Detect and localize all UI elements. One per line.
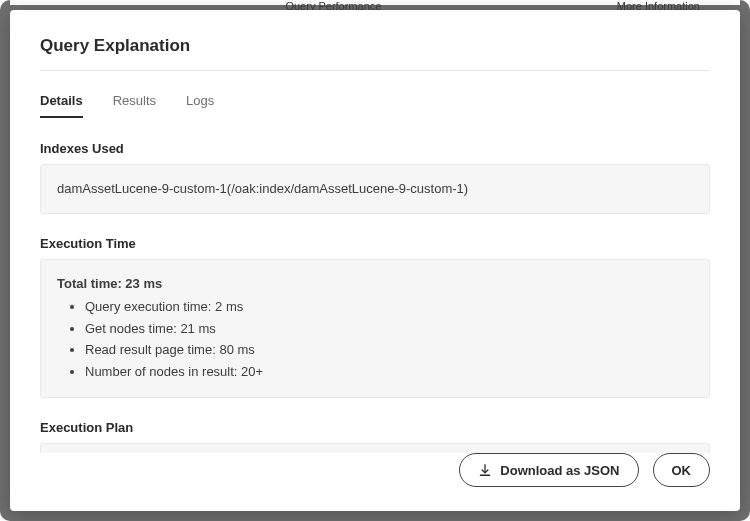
dialog-footer: Download as JSON OK [10,453,740,511]
indexes-used-panel: damAssetLucene-9-custom-1(/oak:index/dam… [40,164,710,214]
tab-results[interactable]: Results [113,93,156,118]
tab-bar: Details Results Logs [40,93,710,119]
divider [40,70,710,71]
dialog-title: Query Explanation [40,36,710,56]
bg-title: Query Performance [285,0,381,5]
execution-time-panel: Total time: 23 ms Query execution time: … [40,259,710,399]
execution-time-heading: Execution Time [40,236,710,251]
execution-plan-heading: Execution Plan [40,420,710,435]
tab-details[interactable]: Details [40,93,83,118]
indexes-used-heading: Indexes Used [40,141,710,156]
execution-plan-panel: [dam:Asset] as [a] /* lucene:damAssetLuc… [40,443,710,453]
ok-button[interactable]: OK [653,453,711,487]
total-time: Total time: 23 ms [57,274,693,294]
download-json-label: Download as JSON [500,463,619,478]
execution-time-list: Query execution time: 2 ms Get nodes tim… [57,297,693,381]
ok-label: OK [672,463,692,478]
background-header: Query Performance More Information [10,0,740,5]
tab-logs[interactable]: Logs [186,93,214,118]
download-json-button[interactable]: Download as JSON [459,453,638,487]
exec-time-item: Query execution time: 2 ms [85,297,693,317]
download-icon [478,463,492,477]
exec-time-item: Read result page time: 80 ms [85,340,693,360]
query-explanation-dialog: Query Explanation Details Results Logs I… [10,10,740,511]
indexes-used-value: damAssetLucene-9-custom-1(/oak:index/dam… [57,181,468,196]
exec-time-item: Number of nodes in result: 20+ [85,362,693,382]
exec-time-item: Get nodes time: 21 ms [85,319,693,339]
bg-more: More Information [617,0,700,5]
